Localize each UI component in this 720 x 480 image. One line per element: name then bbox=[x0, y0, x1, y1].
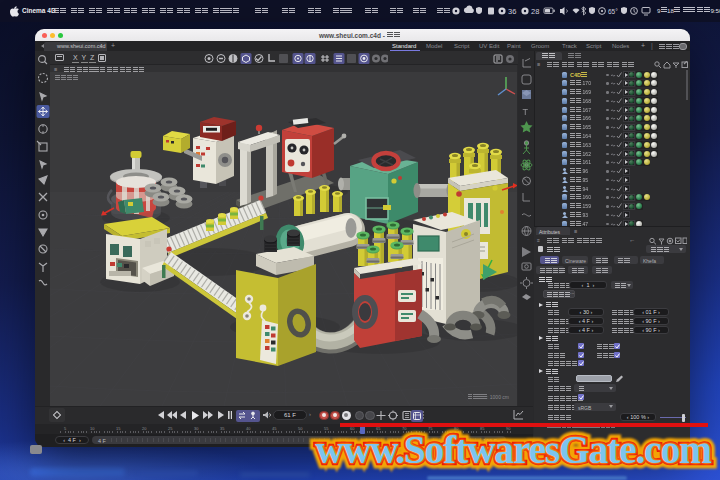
svg-text:28: 28 bbox=[531, 7, 539, 16]
svg-text:T: T bbox=[523, 107, 529, 117]
svg-text:65°: 65° bbox=[608, 8, 618, 15]
svg-text:36: 36 bbox=[508, 7, 516, 16]
